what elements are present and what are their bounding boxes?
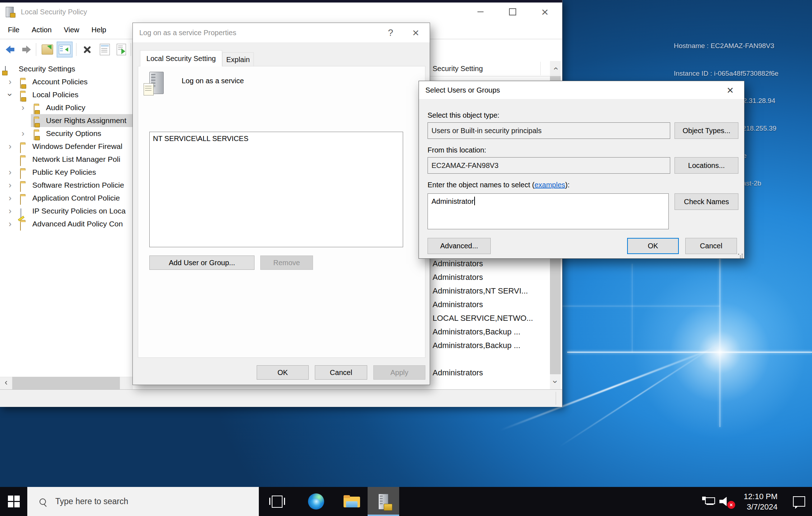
help-button[interactable]: ? (382, 23, 400, 42)
list-row[interactable]: Administrators,NT SERVI... (433, 284, 540, 298)
scroll-left-button[interactable]: › (0, 377, 12, 389)
list-row[interactable]: Administrators,Backup ... (433, 339, 540, 352)
toolbar-separator (36, 43, 36, 56)
chevron-up-icon: › (551, 67, 560, 70)
ok-button[interactable]: OK (257, 365, 309, 380)
list-row[interactable]: Administrators (433, 257, 540, 271)
check-names-button[interactable]: Check Names (675, 193, 738, 210)
tab-explain[interactable]: Explain (222, 52, 254, 66)
tree-item-software-restriction-policies[interactable]: › Software Restriction Policie (0, 179, 133, 192)
scroll-up-button[interactable]: › (550, 61, 561, 76)
tree-item-local-policies[interactable]: › Local Policies (0, 88, 133, 101)
chevron-right-icon[interactable]: › (22, 129, 24, 138)
file-explorer-icon (344, 495, 360, 508)
menu-action[interactable]: Action (32, 26, 52, 34)
list-row[interactable]: Administrators (433, 366, 540, 380)
tree-item-account-policies[interactable]: › Account Policies (0, 75, 133, 88)
chevron-right-icon[interactable]: › (9, 142, 11, 151)
task-view-button[interactable] (264, 487, 290, 516)
tree-item-windows-defender-firewall[interactable]: › Windows Defender Firewal (0, 140, 133, 153)
app-icon (6, 7, 14, 19)
member-item[interactable]: NT SERVICE\ALL SERVICES (153, 135, 248, 143)
menu-file[interactable]: File (8, 26, 19, 34)
tree-item-application-control-policies[interactable]: › Application Control Policie (0, 192, 133, 205)
object-type-field[interactable]: Users or Built-in security principals (428, 122, 670, 139)
chevron-right-icon[interactable]: › (9, 220, 11, 228)
tree-item-public-key-policies[interactable]: › Public Key Policies (0, 166, 133, 179)
apply-button[interactable]: Apply (373, 365, 425, 380)
location-field[interactable]: EC2AMAZ-FAN98V3 (428, 157, 670, 174)
clock-date: 3/7/2024 (747, 502, 778, 512)
tree-item-label: Network List Manager Poli (32, 153, 120, 166)
export-icon (42, 44, 53, 55)
resize-grip[interactable] (738, 254, 739, 255)
network-tray-icon[interactable] (699, 487, 719, 516)
cancel-button[interactable]: Cancel (315, 365, 367, 380)
forward-button[interactable] (19, 42, 34, 57)
button-label: Locations... (688, 161, 725, 170)
tree-item-security-settings[interactable]: Security Settings (0, 62, 133, 75)
tree-item-label: Software Restriction Policie (32, 179, 124, 192)
list-row[interactable] (433, 352, 540, 366)
folder-icon (20, 196, 21, 205)
close-button[interactable]: × (533, 3, 557, 21)
examples-link[interactable]: examples (535, 181, 565, 189)
list-row[interactable]: Administrators (433, 271, 540, 284)
chevron-right-icon[interactable]: › (22, 103, 24, 112)
export-button[interactable] (39, 42, 55, 57)
console-tree-toggle-button[interactable] (57, 42, 73, 57)
back-button[interactable] (2, 42, 18, 57)
export-list-button[interactable] (113, 42, 129, 57)
dialog-close-button[interactable]: × (721, 81, 739, 99)
object-types-button[interactable]: Object Types... (675, 122, 738, 139)
tree-item-advanced-audit-policy[interactable]: › Advanced Audit Policy Con (0, 217, 133, 230)
chevron-down-icon[interactable]: › (6, 93, 14, 96)
tree-item-ip-security-policies[interactable]: › IP Security Policies on Loca (0, 205, 133, 217)
tab-local-security-setting[interactable]: Local Security Setting (140, 50, 222, 66)
delete-button[interactable] (79, 42, 95, 57)
chevron-right-icon[interactable]: › (9, 194, 11, 202)
members-listbox[interactable]: NT SERVICE\ALL SERVICES (149, 132, 403, 247)
file-explorer-taskbar-button[interactable] (337, 487, 367, 516)
menu-view[interactable]: View (64, 26, 79, 34)
properties-button[interactable] (97, 42, 113, 57)
list-row[interactable]: Administrators,Backup ... (433, 325, 540, 339)
close-icon: × (727, 84, 734, 97)
ok-button[interactable]: OK (627, 238, 679, 254)
chevron-right-icon[interactable]: › (9, 168, 11, 177)
local-security-policy-taskbar-button[interactable] (368, 487, 399, 516)
menu-help[interactable]: Help (92, 26, 106, 34)
maximize-button[interactable] (501, 3, 524, 21)
object-names-input[interactable]: Administrator (428, 193, 669, 229)
column-divider[interactable] (540, 62, 541, 75)
dialog-title-bar[interactable]: Select Users or Groups (419, 81, 744, 99)
remove-button[interactable]: Remove (260, 255, 313, 270)
chevron-right-icon[interactable]: › (9, 78, 11, 86)
start-button[interactable] (0, 487, 27, 516)
search-placeholder: Type here to search (55, 497, 128, 506)
chevron-right-icon[interactable]: › (9, 207, 11, 215)
tree-item-network-list-manager[interactable]: Network List Manager Poli (0, 153, 133, 166)
cancel-button[interactable]: Cancel (685, 238, 737, 254)
computer-lock-icon (5, 66, 6, 75)
list-row[interactable]: LOCAL SERVICE,NETWO... (433, 311, 540, 325)
close-icon: × (541, 6, 549, 18)
scroll-down-button[interactable]: › (550, 374, 561, 389)
advanced-button[interactable]: Advanced... (428, 238, 491, 254)
button-label: OK (277, 369, 288, 377)
dialog-close-button[interactable]: × (407, 23, 425, 42)
tree-item-audit-policy[interactable]: › Audit Policy (0, 101, 133, 114)
taskbar-clock[interactable]: 12:10 PM 3/7/2024 (732, 487, 779, 516)
action-center-button[interactable] (788, 487, 810, 516)
ip-security-icon (20, 208, 22, 218)
tree-item-user-rights-assignment[interactable]: User Rights Assignment (0, 114, 133, 127)
locations-button[interactable]: Locations... (675, 157, 738, 174)
add-user-or-group-button[interactable]: Add User or Group... (149, 255, 255, 270)
minimize-button[interactable] (468, 3, 492, 21)
taskbar-search[interactable]: Type here to search (27, 487, 259, 516)
horizontal-scrollbar-thumb[interactable] (12, 377, 120, 389)
tree-item-security-options[interactable]: › Security Options (0, 127, 133, 140)
chevron-right-icon[interactable]: › (9, 181, 11, 189)
edge-taskbar-button[interactable] (301, 487, 331, 516)
list-row[interactable]: Administrators (433, 298, 540, 311)
